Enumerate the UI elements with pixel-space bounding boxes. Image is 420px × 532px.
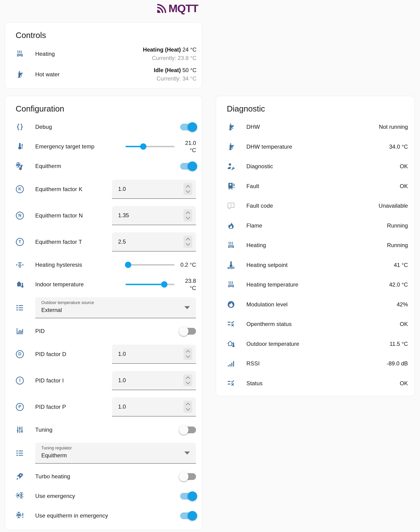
circle-letter: D <box>16 350 24 358</box>
dropdown-arrow-icon <box>184 306 190 309</box>
diagnostic-row-fault[interactable]: FaultOK <box>216 177 414 196</box>
heating-state-secondary: Currently: 23.8 °C <box>143 55 196 61</box>
mqtt-logo-icon <box>155 2 168 15</box>
thermometer-water-icon <box>227 261 235 269</box>
equitherm-factor-n-value: 1.35 <box>112 212 183 219</box>
pid-toggle[interactable] <box>180 328 196 335</box>
toggle-thumb <box>188 511 197 520</box>
pid-factor-d-stepper[interactable] <box>183 348 192 360</box>
account-wrench-icon <box>227 162 235 171</box>
diagnostic-row-outdoor-temperature[interactable]: Outdoor temperature11.5 °C <box>216 334 414 354</box>
fire-circle-icon <box>227 300 235 309</box>
emergency-target-temp-slider[interactable] <box>126 146 175 147</box>
dhw-label: DHW <box>246 124 379 130</box>
equitherm-factor-k-stepper[interactable] <box>183 183 192 195</box>
pid-factor-i-label: PID factor I <box>35 377 112 384</box>
diagnostic-row-heating-state[interactable]: HeatingRunning <box>216 236 414 255</box>
stepper-down-icon[interactable] <box>186 380 190 384</box>
control-row-hot-water[interactable]: Hot waterIdle (Heat) 50 °CCurrently: 34 … <box>5 64 202 85</box>
heating-label: Heating <box>35 51 143 57</box>
circle-letter: N <box>16 212 24 220</box>
pid-factor-p-label: PID factor P <box>35 404 112 410</box>
stepper-down-icon[interactable] <box>186 406 190 411</box>
pid-factor-p-value: 1.0 <box>112 403 183 410</box>
heating-hysteresis-slider[interactable] <box>126 264 175 266</box>
diagnostic-row-heating-setpoint[interactable]: Heating setpoint41 °C <box>216 255 414 275</box>
dhw-temperature-value: 34.0 °C <box>389 144 408 150</box>
water-tap-icon <box>16 70 24 79</box>
slider-knob[interactable] <box>161 281 167 288</box>
list-status-icon <box>227 320 235 328</box>
config-row-debug: Debug <box>5 117 202 137</box>
turbo-heating-toggle[interactable] <box>180 473 196 480</box>
fault-label: Fault <box>246 183 400 190</box>
stepper-down-icon[interactable] <box>186 215 190 219</box>
equitherm-factor-t-input[interactable]: 2.5 <box>112 232 196 251</box>
equitherm-toggle[interactable] <box>180 163 196 170</box>
chart-histogram-icon <box>16 327 24 335</box>
config-row-pid-factor-i: IPID factor I1.0 <box>5 367 202 394</box>
heating-temperature-label: Heating temperature <box>246 281 389 288</box>
mqtt-logo: MQTT <box>155 2 198 15</box>
equitherm-factor-t-label: Equitherm factor T <box>35 239 112 245</box>
diagnostic-title: Diagnostic <box>216 96 414 117</box>
alpha-i-circle-icon: I <box>16 376 24 385</box>
pid-factor-p-stepper[interactable] <box>183 401 192 413</box>
equitherm-factor-k-value: 1.0 <box>112 186 183 192</box>
config-row-heating-hysteresis: Heating hysteresis0.2 °C <box>5 255 202 275</box>
modulation-level-label: Modulation level <box>246 301 397 308</box>
config-row-indoor-temperature: Indoor temperature23.8 °C <box>5 275 202 294</box>
diagnostic-row-diagnostic[interactable]: DiagnosticOK <box>216 157 414 177</box>
diagnostic-row-fault-code[interactable]: Fault codeUnavailable <box>216 196 414 216</box>
equitherm-factor-n-label: Equitherm factor N <box>35 212 112 219</box>
use-emergency-toggle[interactable] <box>180 493 196 500</box>
tuning-toggle[interactable] <box>180 427 196 433</box>
tuning-regulator-select[interactable]: Tuning regulatorEquitherm <box>35 443 196 464</box>
alpha-n-circle-icon: N <box>16 211 24 220</box>
indoor-temperature-slider[interactable] <box>126 284 175 285</box>
equitherm-factor-t-stepper[interactable] <box>183 236 192 248</box>
stepper-down-icon[interactable] <box>186 241 190 245</box>
equitherm-label: Equitherm <box>35 163 180 169</box>
outdoor-temperature-label: Outdoor temperature <box>246 341 390 347</box>
stepper-down-icon[interactable] <box>186 189 190 193</box>
pid-factor-d-label: PID factor D <box>35 351 112 357</box>
hot-water-state-primary: Idle (Heat) 50 °C <box>154 67 196 74</box>
outdoor-temperature-source-select[interactable]: Outdoor temperature sourceExternal <box>35 297 196 318</box>
slider-knob[interactable] <box>125 262 131 268</box>
slider-knob[interactable] <box>140 144 146 150</box>
config-row-equitherm: Equitherm <box>5 156 202 176</box>
debug-toggle[interactable] <box>180 124 196 131</box>
diagnostic-row-dhw-temperature[interactable]: DHW temperature34.0 °C <box>216 137 414 157</box>
configuration-title: Configuration <box>5 96 202 117</box>
control-row-heating[interactable]: HeatingHeating (Heat) 24 °CCurrently: 23… <box>5 44 202 64</box>
diagnostic-row-opentherm-status[interactable]: Opentherm statusOK <box>216 314 414 334</box>
diagnostic-row-heating-temperature[interactable]: Heating temperature42.0 °C <box>216 275 414 295</box>
equitherm-factor-n-input[interactable]: 1.35 <box>112 206 196 225</box>
diagnostic-row-status[interactable]: StatusOK <box>216 374 414 393</box>
config-row-equitherm-factor-n: NEquitherm factor N1.35 <box>5 202 202 229</box>
tuning-regulator-select-value: Equitherm <box>41 452 180 459</box>
flame-value: Running <box>387 222 408 229</box>
indoor-temperature-label: Indoor temperature <box>35 281 126 288</box>
pid-factor-i-input[interactable]: 1.0 <box>112 371 196 390</box>
diagnostic-row-dhw[interactable]: DHWNot running <box>216 117 414 137</box>
status-label: Status <box>246 380 400 387</box>
diagnostic-row-modulation-level[interactable]: Modulation level42% <box>216 295 414 314</box>
pid-factor-d-input[interactable]: 1.0 <box>112 345 196 364</box>
pid-factor-i-stepper[interactable] <box>183 374 192 386</box>
pid-factor-p-input[interactable]: 1.0 <box>112 397 196 416</box>
heating-state-primary: Heating (Heat) 24 °C <box>143 46 196 53</box>
hot-water-state-secondary: Currently: 34 °C <box>154 75 196 82</box>
equitherm-factor-k-input[interactable]: 1.0 <box>112 180 196 199</box>
equitherm-factor-t-value: 2.5 <box>112 238 183 245</box>
config-row-equitherm-factor-t: TEquitherm factor T2.5 <box>5 229 202 255</box>
stepper-down-icon[interactable] <box>186 354 190 358</box>
rssi-label: RSSI <box>246 360 387 367</box>
equitherm-factor-n-stepper[interactable] <box>183 209 192 222</box>
diagnostic-row-flame[interactable]: FlameRunning <box>216 216 414 236</box>
emergency-target-temp-label: Emergency target temp <box>35 143 126 150</box>
home-thermometer-outline-icon <box>227 340 235 348</box>
diagnostic-row-rssi[interactable]: RSSI-89.0 dB <box>216 354 414 374</box>
use-equitherm-in-emergency-toggle[interactable] <box>180 512 196 519</box>
